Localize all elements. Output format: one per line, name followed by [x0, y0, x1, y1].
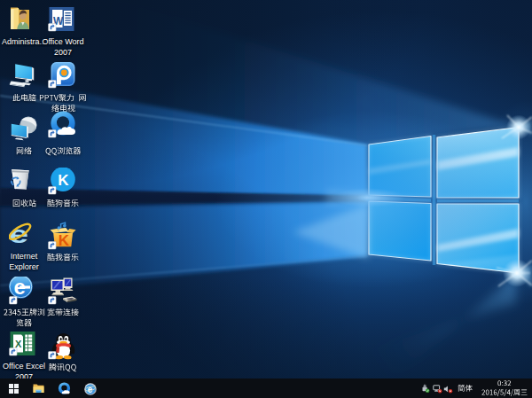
svg-text:e: e	[87, 384, 92, 394]
svg-text:K: K	[58, 171, 69, 188]
svg-text:e: e	[9, 222, 28, 247]
svg-text:K: K	[59, 232, 70, 249]
